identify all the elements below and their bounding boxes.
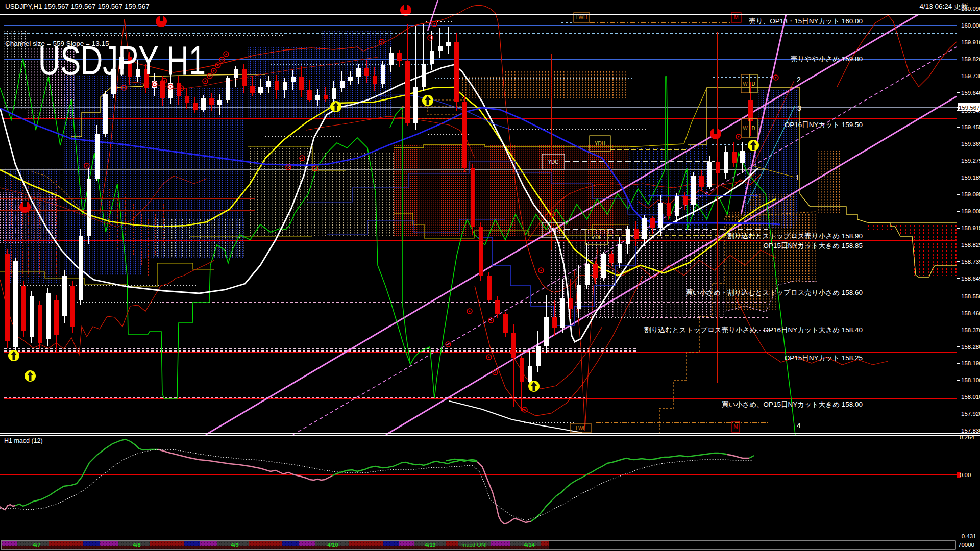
svg-text:LWL: LWL	[576, 425, 586, 431]
svg-text:4/10: 4/10	[327, 542, 338, 548]
svg-text:159.455: 159.455	[961, 124, 980, 130]
svg-text:LWH: LWH	[576, 15, 587, 20]
svg-text:-0.431: -0.431	[960, 533, 976, 539]
svg-text:70000: 70000	[958, 542, 974, 548]
svg-text:158.825: 158.825	[961, 242, 980, 248]
svg-text:159.275: 159.275	[961, 158, 980, 164]
svg-text:157.830: 157.830	[961, 428, 980, 434]
svg-text:158.915: 158.915	[961, 225, 980, 231]
svg-text:W: W	[743, 81, 748, 87]
svg-text:割り込むとストップロス売り小さめ、OP16日NYカット大きめ: 割り込むとストップロス売り小さめ、OP16日NYカット大きめ 158.40	[644, 326, 863, 334]
svg-text:YDC: YDC	[548, 159, 558, 165]
svg-text:割り込むとストップロス売り小さめ 158.90: 割り込むとストップロス売り小さめ 158.90	[727, 232, 863, 240]
svg-text:macd ON!: macd ON!	[461, 542, 487, 548]
svg-text:158.735: 158.735	[961, 259, 980, 265]
svg-text:YDH: YDH	[595, 141, 605, 146]
svg-text:D: D	[751, 126, 755, 131]
svg-text:159.567: 159.567	[959, 105, 980, 111]
svg-text:158.190: 158.190	[961, 360, 980, 366]
svg-text:USDJPY,H1 159.567 159.567 159: USDJPY,H1 159.567 159.567 159.567 159.56…	[5, 3, 150, 10]
svg-text:158.100: 158.100	[961, 377, 980, 383]
svg-text:159.820: 159.820	[961, 56, 980, 62]
svg-text:売りやや小さめ 159.80: 売りやや小さめ 159.80	[791, 55, 863, 63]
svg-text:OP15日NYカット大きめ 158.85: OP15日NYカット大きめ 158.85	[764, 242, 863, 249]
svg-text:0.00: 0.00	[960, 472, 971, 478]
svg-text:4: 4	[797, 421, 801, 430]
svg-text:売り、OP13・15日NYカット 160.00: 売り、OP13・15日NYカット 160.00	[749, 17, 863, 25]
svg-text:1: 1	[795, 173, 799, 182]
svg-text:W: W	[743, 126, 748, 131]
svg-text:158.460: 158.460	[961, 310, 980, 316]
svg-text:D: D	[751, 81, 755, 87]
svg-text:159.005: 159.005	[961, 208, 980, 214]
svg-text:159.910: 159.910	[961, 39, 980, 45]
svg-text:M: M	[734, 15, 738, 20]
svg-text:159.095: 159.095	[961, 191, 980, 197]
svg-text:160.000: 160.000	[961, 22, 980, 29]
svg-text:159.730: 159.730	[961, 73, 980, 79]
svg-text:4/14: 4/14	[524, 542, 535, 548]
svg-text:Channel size = 559 Slope = 13.: Channel size = 559 Slope = 13.15	[5, 40, 109, 47]
svg-text:OP15日NYカット 158.25: OP15日NYカット 158.25	[785, 354, 863, 362]
svg-text:買い小さめ・割り込むとストップロス売り小さめ 158.60: 買い小さめ・割り込むとストップロス売り小さめ 158.60	[685, 289, 863, 296]
svg-text:H1 macd (12): H1 macd (12)	[4, 437, 43, 444]
svg-text:2: 2	[797, 76, 801, 84]
svg-text:158.550: 158.550	[961, 293, 980, 299]
svg-text:0.264: 0.264	[960, 434, 974, 440]
svg-text:158.280: 158.280	[961, 344, 980, 350]
svg-text:4/7: 4/7	[33, 542, 40, 548]
svg-text:159.640: 159.640	[961, 90, 980, 96]
svg-text:4/8: 4/8	[133, 542, 140, 548]
svg-text:買い小さめ、OP15日NYカット大きめ 158.00: 買い小さめ、OP15日NYカット大きめ 158.00	[722, 400, 863, 408]
svg-text:4/9: 4/9	[231, 542, 238, 548]
svg-text:YDO: YDO	[548, 228, 559, 233]
svg-text:3: 3	[797, 104, 801, 112]
svg-text:160.090: 160.090	[961, 6, 980, 12]
svg-text:158.370: 158.370	[961, 327, 980, 333]
svg-text:159.185: 159.185	[961, 174, 980, 181]
svg-text:157.920: 157.920	[961, 411, 980, 417]
svg-text:YDL: YDL	[592, 235, 602, 240]
svg-text:158.010: 158.010	[961, 394, 980, 400]
svg-text:M: M	[733, 424, 738, 430]
svg-text:159.365: 159.365	[961, 141, 980, 147]
svg-text:OP16日NYカット 159.50: OP16日NYカット 159.50	[785, 121, 863, 129]
svg-text:4/13: 4/13	[425, 542, 435, 548]
svg-text:158.645: 158.645	[961, 276, 980, 282]
